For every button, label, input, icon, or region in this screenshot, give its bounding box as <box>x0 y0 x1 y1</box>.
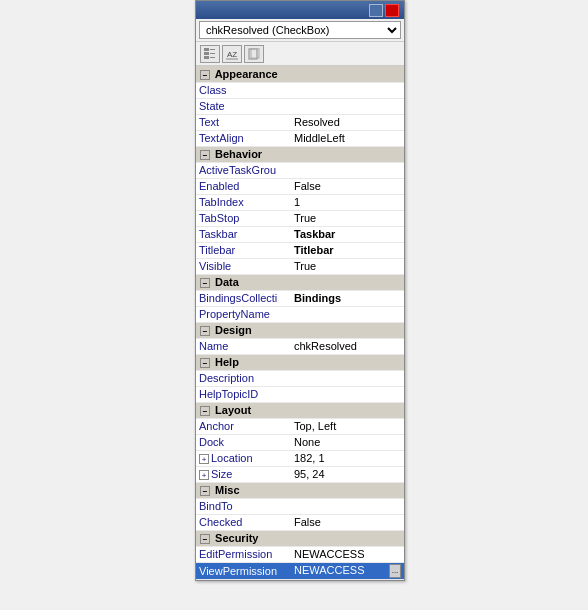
section-expand-security[interactable]: − <box>200 534 210 544</box>
section-label: Design <box>215 324 252 336</box>
prop-name: Titlebar <box>196 242 291 258</box>
section-label: Behavior <box>215 148 262 160</box>
section-header-security: − Security <box>196 530 404 546</box>
prop-value: Top, Left <box>291 418 404 434</box>
categorized-view-button[interactable] <box>200 45 220 63</box>
section-expand-data[interactable]: − <box>200 278 210 288</box>
table-row[interactable]: VisibleTrue <box>196 258 404 274</box>
table-row[interactable]: DockNone <box>196 434 404 450</box>
prop-name: Taskbar <box>196 226 291 242</box>
component-dropdown[interactable]: chkResolved (CheckBox) <box>199 21 401 39</box>
pages-button[interactable] <box>244 45 264 63</box>
section-expand-behavior[interactable]: − <box>200 150 210 160</box>
table-row[interactable]: TaskbarTaskbar <box>196 226 404 242</box>
table-row[interactable]: BindingsCollectiBindings <box>196 290 404 306</box>
prop-value <box>291 370 404 386</box>
prop-name: TabIndex <box>196 194 291 210</box>
section-expand-layout[interactable]: − <box>200 406 210 416</box>
prop-value: None <box>291 434 404 450</box>
toolbar: AZ <box>196 42 404 66</box>
ellipsis-button[interactable]: ... <box>389 564 401 578</box>
prop-name: Visible <box>196 258 291 274</box>
prop-value <box>291 498 404 514</box>
table-row[interactable]: TextAlignMiddleLeft <box>196 130 404 146</box>
prop-name: Anchor <box>196 418 291 434</box>
prop-name: Class <box>196 82 291 98</box>
section-expand-help[interactable]: − <box>200 358 210 368</box>
prop-value <box>291 162 404 178</box>
prop-name: Name <box>196 338 291 354</box>
table-row[interactable]: NamechkResolved <box>196 338 404 354</box>
prop-expand-icon[interactable]: + <box>199 454 209 464</box>
prop-value: 1 <box>291 194 404 210</box>
prop-value: NEWACCESS ... <box>291 562 404 579</box>
prop-name: BindTo <box>196 498 291 514</box>
svg-rect-4 <box>210 53 215 54</box>
svg-rect-1 <box>204 52 209 55</box>
prop-name: State <box>196 98 291 114</box>
prop-expand-icon[interactable]: + <box>199 470 209 480</box>
table-row[interactable]: ViewPermissionNEWACCESS ... <box>196 562 404 579</box>
section-label: Misc <box>215 484 239 496</box>
prop-name: +Location <box>196 450 291 466</box>
table-row[interactable]: TextResolved <box>196 114 404 130</box>
section-expand-appearance[interactable]: − <box>200 70 210 80</box>
svg-rect-0 <box>204 48 209 51</box>
prop-name: EditPermission <box>196 546 291 562</box>
component-dropdown-row: chkResolved (CheckBox) <box>196 19 404 42</box>
help-button[interactable] <box>369 4 383 17</box>
section-label: Help <box>215 356 239 368</box>
table-row[interactable]: HelpTopicID <box>196 386 404 402</box>
svg-rect-3 <box>210 49 215 50</box>
prop-value: False <box>291 514 404 530</box>
title-bar-buttons <box>369 4 399 17</box>
prop-value <box>291 98 404 114</box>
close-button[interactable] <box>385 4 399 17</box>
table-row[interactable]: +Location182, 1 <box>196 450 404 466</box>
prop-name: Dock <box>196 434 291 450</box>
prop-value: Taskbar <box>291 226 404 242</box>
section-header-misc: − Misc <box>196 482 404 498</box>
table-row[interactable]: EnabledFalse <box>196 178 404 194</box>
table-row[interactable]: EditPermissionNEWACCESS <box>196 546 404 562</box>
prop-value: False <box>291 178 404 194</box>
table-row[interactable]: TabIndex1 <box>196 194 404 210</box>
prop-value: chkResolved <box>291 338 404 354</box>
table-row[interactable]: AnchorTop, Left <box>196 418 404 434</box>
prop-value: Resolved <box>291 114 404 130</box>
table-row[interactable]: +Size95, 24 <box>196 466 404 482</box>
table-row[interactable]: ActiveTaskGrou <box>196 162 404 178</box>
prop-value <box>291 306 404 322</box>
prop-name: Checked <box>196 514 291 530</box>
table-row[interactable]: State <box>196 98 404 114</box>
prop-name: Description <box>196 370 291 386</box>
prop-value: Titlebar <box>291 242 404 258</box>
properties-panel: − Appearance ClassStateTextResolvedTextA… <box>196 66 404 580</box>
prop-value: 182, 1 <box>291 450 404 466</box>
table-row[interactable]: TitlebarTitlebar <box>196 242 404 258</box>
prop-value: NEWACCESS <box>291 546 404 562</box>
table-row[interactable]: CheckedFalse <box>196 514 404 530</box>
section-header-design: − Design <box>196 322 404 338</box>
prop-name: Text <box>196 114 291 130</box>
table-row[interactable]: Description <box>196 370 404 386</box>
properties-window: chkResolved (CheckBox) AZ <box>195 0 405 581</box>
prop-name: TextAlign <box>196 130 291 146</box>
alphabetical-view-button[interactable]: AZ <box>222 45 242 63</box>
table-row[interactable]: PropertyName <box>196 306 404 322</box>
prop-value: Bindings <box>291 290 404 306</box>
table-row[interactable]: TabStopTrue <box>196 210 404 226</box>
table-row[interactable]: Class <box>196 82 404 98</box>
prop-value: 95, 24 <box>291 466 404 482</box>
prop-name: TabStop <box>196 210 291 226</box>
section-header-layout: − Layout <box>196 402 404 418</box>
prop-name: PropertyName <box>196 306 291 322</box>
table-row[interactable]: BindTo <box>196 498 404 514</box>
section-expand-misc[interactable]: − <box>200 486 210 496</box>
section-label: Data <box>215 276 239 288</box>
title-bar <box>196 1 404 19</box>
section-expand-design[interactable]: − <box>200 326 210 336</box>
prop-name: ActiveTaskGrou <box>196 162 291 178</box>
section-header-appearance: − Appearance <box>196 66 404 82</box>
section-label: Security <box>215 532 258 544</box>
